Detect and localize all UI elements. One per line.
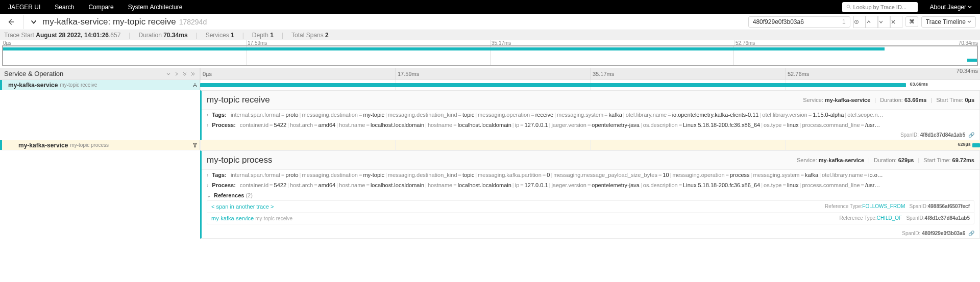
- span-detail-title: my-topic receive: [207, 95, 270, 105]
- collapse-toggle[interactable]: [30, 18, 37, 25]
- trace-meta: Trace Start August 28 2022, 14:01:26.657…: [0, 30, 980, 40]
- expand-one-button[interactable]: [174, 71, 179, 76]
- reference-row[interactable]: my-kafka-service my-topic receive Refere…: [207, 213, 974, 224]
- span-operation: my-topic receive: [60, 82, 97, 88]
- double-chevron-down-icon: [182, 71, 187, 76]
- trace-search-value: 480f929e0f3b03a6: [753, 18, 804, 25]
- chevron-down-icon: ⌄: [207, 193, 211, 198]
- chevron-down-icon: [968, 5, 972, 9]
- svg-point-0: [847, 5, 850, 8]
- tick-4: 70.34ms: [954, 68, 980, 74]
- chevron-right-icon: ›: [207, 183, 208, 188]
- svg-point-3: [856, 21, 857, 22]
- close-icon: [891, 19, 896, 24]
- tags-row[interactable]: › Tags: internal.span.format=proto|messa…: [202, 110, 979, 120]
- tree-icon: [192, 83, 198, 88]
- expand-all-button[interactable]: [190, 71, 195, 76]
- tick-2: 35.17ms: [590, 68, 785, 80]
- process-row[interactable]: › Process: container.id=5422|host.arch=a…: [202, 120, 979, 130]
- tick-3: 52.76ms: [785, 68, 980, 80]
- chevron-right-icon: ›: [207, 122, 208, 128]
- chevron-right-icon: ›: [207, 172, 208, 178]
- search-locate-button[interactable]: [853, 16, 866, 28]
- svg-point-4: [193, 143, 195, 144]
- span-detail: my-topic process Service: my-kafka-servi…: [200, 150, 980, 239]
- back-button[interactable]: [4, 18, 17, 25]
- brand-link[interactable]: JAEGER UI: [8, 4, 40, 11]
- chevron-right-icon: [174, 71, 179, 76]
- arrow-left-icon: [7, 18, 14, 25]
- search-next-button[interactable]: [878, 16, 890, 28]
- about-menu[interactable]: About Jaeger: [930, 4, 972, 11]
- chevron-up-icon: [866, 19, 871, 24]
- link-icon: 🔗: [968, 230, 974, 236]
- span-operation: my-topic process: [70, 142, 109, 148]
- nav-compare[interactable]: Compare: [88, 4, 113, 11]
- span-service: my-kafka-service: [8, 82, 58, 89]
- collapse-one-button[interactable]: [166, 71, 171, 76]
- span-detail-title: my-topic process: [207, 155, 272, 165]
- svg-point-5: [195, 143, 197, 144]
- process-row[interactable]: › Process: container.id=5422|host.arch=a…: [202, 180, 979, 190]
- nav-search[interactable]: Search: [55, 4, 74, 11]
- chevron-right-icon: ›: [207, 112, 208, 118]
- span-row[interactable]: my-kafka-service my-topic receive 63.66m…: [0, 80, 980, 90]
- span-duration: 629µs: [958, 142, 970, 147]
- trace-search-nav: [853, 16, 902, 28]
- chevron-down-icon: [30, 18, 37, 25]
- link-icon: 🔗: [968, 132, 974, 138]
- top-nav: JAEGER UI Search Compare System Architec…: [0, 0, 980, 14]
- reference-row[interactable]: < span in another trace > Reference Type…: [207, 201, 974, 213]
- search-clear-button[interactable]: [890, 16, 902, 28]
- trace-title: my-kafka-service: my-topic receive 17829…: [42, 17, 207, 27]
- search-prev-button[interactable]: [866, 16, 878, 28]
- timeline-header: Service & Operation 0µs 17.59ms 35.17ms …: [0, 68, 980, 80]
- search-icon: [846, 4, 851, 10]
- spanid-row: SpanID: 4f8d1c37d84a1ab5 🔗: [202, 130, 979, 140]
- minimap[interactable]: [2, 45, 978, 66]
- trace-search-count: 1: [842, 18, 846, 25]
- trace-id-search[interactable]: [842, 2, 918, 12]
- span-service: my-kafka-service: [18, 142, 68, 149]
- keyboard-shortcuts-button[interactable]: ⌘: [905, 16, 918, 27]
- collapse-all-button[interactable]: [182, 71, 187, 76]
- chevron-down-icon: [878, 19, 884, 24]
- chevron-down-icon: [967, 20, 971, 24]
- minimap-ticks: 0µs 17.59ms 35.17ms 52.76ms 70.34ms: [0, 40, 980, 45]
- tags-row[interactable]: › Tags: internal.span.format=proto|messa…: [202, 170, 979, 180]
- tick-1: 17.59ms: [395, 68, 590, 80]
- spanid-row: SpanID: 480f929e0f3b03a6 🔗: [202, 228, 979, 238]
- trace-id-input[interactable]: [853, 4, 913, 10]
- tick-0: 0µs: [200, 68, 395, 80]
- span-duration: 63.66ms: [910, 82, 928, 87]
- chevron-down-icon: [166, 71, 171, 76]
- double-chevron-right-icon: [190, 71, 195, 76]
- in-trace-search[interactable]: 480f929e0f3b03a6 1: [748, 16, 850, 28]
- span-row[interactable]: my-kafka-service my-topic process 629µs: [0, 140, 980, 150]
- trace-id-short: 178294d: [179, 18, 207, 26]
- view-mode-select[interactable]: Trace Timeline: [921, 16, 976, 28]
- svg-line-1: [849, 8, 850, 9]
- refs-toggle[interactable]: ⌄ References (2): [207, 192, 253, 198]
- nav-arch[interactable]: System Architecture: [128, 4, 183, 11]
- fork-icon: [192, 143, 198, 148]
- span-detail: my-topic receive Service: my-kafka-servi…: [200, 90, 980, 140]
- service-op-header: Service & Operation: [4, 70, 63, 78]
- trace-header: my-kafka-service: my-topic receive 17829…: [0, 14, 980, 30]
- target-icon: [854, 19, 859, 24]
